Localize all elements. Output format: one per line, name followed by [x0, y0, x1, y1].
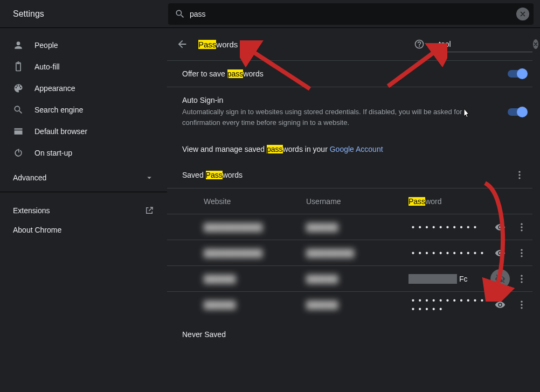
website-cell: ███████████ — [204, 223, 306, 232]
palette-icon — [13, 83, 24, 94]
close-icon — [519, 10, 527, 18]
clear-filter-button[interactable] — [533, 39, 538, 49]
col-password: Password — [409, 197, 489, 206]
password-row: ██████ ██████ Fc — [167, 265, 532, 291]
person-icon — [13, 40, 24, 51]
saved-passwords-menu-button[interactable] — [514, 170, 525, 180]
svg-point-5 — [521, 229, 522, 231]
show-password-button[interactable] — [495, 222, 506, 233]
sidebar-item-label: Search engine — [34, 106, 83, 114]
row-menu-button[interactable] — [516, 299, 527, 310]
password-cell: Fc — [409, 274, 489, 284]
auto-signin-description: Automatically sign in to websites using … — [182, 107, 473, 128]
row-menu-button[interactable] — [516, 222, 527, 233]
show-password-button[interactable] — [495, 299, 506, 310]
username-cell: ██████ — [306, 223, 409, 232]
saved-passwords-heading: Saved Passwords — [182, 171, 243, 179]
clipboard-icon — [13, 61, 24, 72]
offer-save-passwords-toggle[interactable] — [508, 70, 526, 78]
svg-point-3 — [521, 223, 522, 225]
advanced-label: Advanced — [13, 173, 46, 182]
sidebar-item-default-browser[interactable]: Default browser — [0, 121, 167, 142]
offer-save-passwords-label: Offer to save passwords — [182, 69, 264, 78]
row-menu-button[interactable] — [516, 274, 527, 284]
svg-point-1 — [518, 174, 520, 176]
google-account-link[interactable]: Google Account — [330, 145, 383, 153]
settings-search-input[interactable] — [190, 3, 512, 25]
advanced-toggle[interactable]: Advanced — [0, 167, 167, 188]
svg-point-2 — [518, 177, 520, 179]
password-cell: • • • • • • • • • • • • • • • • — [409, 296, 489, 313]
sidebar-item-label: Appearance — [34, 84, 75, 93]
page-title: Passwords — [198, 40, 238, 49]
auto-signin-label: Auto Sign-in — [182, 96, 473, 104]
view-manage-saved: View and manage saved passwords in your … — [182, 145, 532, 153]
username-cell: █████████ — [306, 249, 409, 257]
svg-point-11 — [521, 281, 522, 283]
password-cell: • • • • • • • • • • • — [409, 249, 489, 257]
eye-off-icon — [495, 274, 506, 284]
show-password-button[interactable] — [495, 248, 506, 258]
back-button[interactable] — [172, 34, 192, 54]
power-icon — [13, 148, 24, 158]
extensions-label: Extensions — [13, 206, 50, 215]
settings-sidebar: People Auto-fill Appearance Search engin… — [0, 28, 167, 392]
website-cell: ███████████ — [204, 249, 306, 257]
sidebar-item-appearance[interactable]: Appearance — [0, 78, 167, 99]
username-cell: ██████ — [306, 275, 409, 283]
sidebar-item-autofill[interactable]: Auto-fill — [0, 56, 167, 78]
website-cell: ██████ — [204, 300, 306, 309]
svg-point-4 — [521, 226, 522, 228]
svg-point-9 — [521, 275, 522, 276]
sidebar-item-search-engine[interactable]: Search engine — [0, 99, 167, 121]
row-menu-button[interactable] — [516, 248, 527, 258]
close-icon — [533, 41, 538, 47]
auto-signin-toggle[interactable] — [508, 108, 526, 116]
browser-icon — [13, 126, 24, 137]
sidebar-item-label: On start-up — [34, 149, 72, 157]
passwords-filter-input[interactable] — [439, 40, 533, 48]
passwords-filter[interactable] — [435, 36, 532, 52]
password-cell: • • • • • • • • • • — [409, 223, 489, 232]
hide-password-button[interactable] — [490, 269, 510, 289]
help-icon — [414, 39, 425, 50]
app-title: Settings — [13, 9, 44, 19]
svg-point-8 — [521, 255, 522, 257]
col-username: Username — [306, 197, 409, 206]
sidebar-item-label: Default browser — [34, 127, 87, 136]
arrow-left-icon — [176, 38, 188, 50]
chevron-down-icon — [144, 173, 154, 183]
username-cell: ██████ — [306, 300, 409, 309]
help-button[interactable] — [410, 34, 429, 54]
svg-point-10 — [521, 278, 522, 279]
sidebar-item-label: Auto-fill — [34, 62, 60, 71]
sidebar-item-extensions[interactable]: Extensions — [0, 201, 167, 220]
sidebar-divider — [0, 192, 167, 192]
search-icon — [13, 104, 24, 115]
col-website: Website — [204, 197, 306, 206]
svg-point-13 — [521, 304, 522, 305]
never-saved-heading: Never Saved — [167, 317, 532, 339]
sidebar-item-label: People — [34, 41, 58, 50]
search-icon — [175, 9, 185, 19]
settings-search[interactable] — [168, 3, 534, 25]
svg-point-14 — [521, 307, 522, 309]
website-cell: ██████ — [204, 275, 306, 283]
sidebar-item-about-chrome[interactable]: About Chrome — [0, 220, 167, 240]
svg-point-12 — [521, 300, 522, 302]
external-link-icon — [144, 206, 154, 215]
svg-point-7 — [521, 252, 522, 254]
password-row: ██████ ██████ • • • • • • • • • • • • • … — [167, 291, 532, 317]
settings-main: Passwords Offer to save passwords — [167, 28, 540, 392]
about-label: About Chrome — [13, 226, 61, 234]
clear-search-button[interactable] — [516, 8, 529, 20]
password-row: ███████████ ██████ • • • • • • • • • • — [167, 214, 532, 240]
svg-point-6 — [521, 249, 522, 250]
password-row: ███████████ █████████ • • • • • • • • • … — [167, 240, 532, 265]
sidebar-item-people[interactable]: People — [0, 34, 167, 56]
sidebar-item-on-startup[interactable]: On start-up — [0, 142, 167, 164]
svg-point-0 — [518, 171, 520, 173]
